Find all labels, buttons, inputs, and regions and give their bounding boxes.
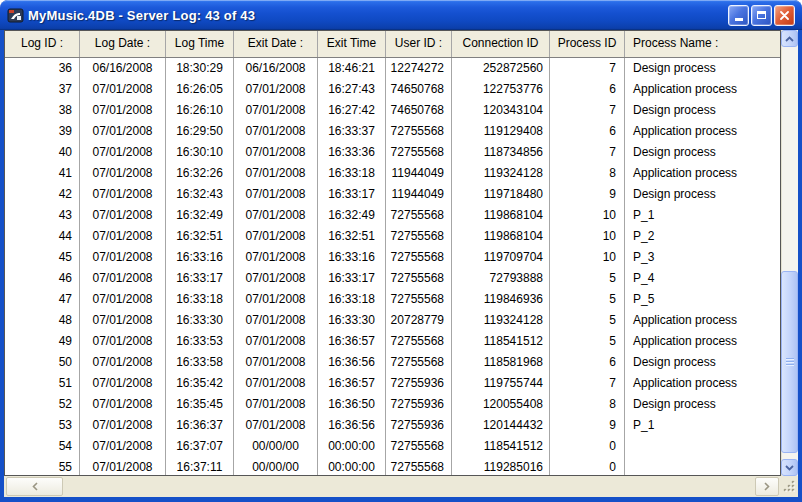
cell-log_date: 07/01/2008 — [80, 436, 166, 457]
cell-process_id: 8 — [550, 163, 625, 184]
column-header-exit_time[interactable]: Exit Time — [318, 31, 386, 57]
maximize-button[interactable] — [751, 5, 772, 26]
table-row[interactable]: 5407/01/200816:37:0700/00/0000:00:007275… — [5, 436, 780, 457]
cell-connection_id: 119718480 — [452, 184, 550, 205]
cell-exit_date: 07/01/2008 — [234, 184, 318, 205]
table-row[interactable]: 4707/01/200816:33:1807/01/200816:33:1872… — [5, 289, 780, 310]
table-row[interactable]: 4907/01/200816:33:5307/01/200816:36:5772… — [5, 331, 780, 352]
cell-log_date: 07/01/2008 — [80, 310, 166, 331]
table-row[interactable]: 4007/01/200816:30:1007/01/200816:33:3672… — [5, 142, 780, 163]
cell-exit_time: 16:36:56 — [318, 352, 386, 373]
cell-log_time: 16:36:37 — [166, 415, 234, 436]
cell-log_id: 42 — [5, 184, 80, 205]
cell-process_name: Application process — [625, 310, 780, 331]
cell-user_id: 72755568 — [386, 457, 452, 476]
table-row[interactable]: 3907/01/200816:29:5007/01/200816:33:3772… — [5, 121, 780, 142]
table-row[interactable]: 5307/01/200816:36:3707/01/200816:36:5672… — [5, 415, 780, 436]
cell-process_id: 5 — [550, 331, 625, 352]
column-header-process_name[interactable]: Process Name : — [625, 31, 780, 57]
cell-user_id: 11944049 — [386, 184, 452, 205]
close-button[interactable] — [774, 5, 795, 26]
cell-exit_date: 07/01/2008 — [234, 373, 318, 394]
column-header-user_id[interactable]: User ID : — [386, 31, 452, 57]
table-row[interactable]: 4207/01/200816:32:4307/01/200816:33:1711… — [5, 184, 780, 205]
cell-exit_time: 16:33:36 — [318, 142, 386, 163]
chevron-left-icon — [32, 482, 38, 491]
cell-exit_time: 16:33:30 — [318, 310, 386, 331]
window-title: MyMusic.4DB - Server Log: 43 of 43 — [28, 8, 728, 23]
cell-process_name: Design process — [625, 184, 780, 205]
table-row[interactable]: 4607/01/200816:33:1707/01/200816:33:1772… — [5, 268, 780, 289]
cell-user_id: 72755568 — [386, 268, 452, 289]
cell-user_id: 12274272 — [386, 58, 452, 79]
cell-user_id: 72755568 — [386, 352, 452, 373]
cell-connection_id: 72793888 — [452, 268, 550, 289]
window-content: Log ID :Log Date :Log TimeExit Date :Exi… — [4, 30, 798, 497]
cell-log_time: 16:33:58 — [166, 352, 234, 373]
column-header-log_date[interactable]: Log Date : — [80, 31, 166, 57]
cell-log_date: 07/01/2008 — [80, 79, 166, 100]
column-header-process_id[interactable]: Process ID — [550, 31, 625, 57]
scroll-up-button[interactable] — [781, 30, 798, 47]
table-row[interactable]: 5507/01/200816:37:1100/00/0000:00:007275… — [5, 457, 780, 476]
table-row[interactable]: 3807/01/200816:26:1007/01/200816:27:4274… — [5, 100, 780, 121]
cell-log_time: 16:26:05 — [166, 79, 234, 100]
table-row[interactable]: 5107/01/200816:35:4207/01/200816:36:5772… — [5, 373, 780, 394]
cell-process_name: P_2 — [625, 226, 780, 247]
cell-exit_date: 07/01/2008 — [234, 352, 318, 373]
cell-log_id: 53 — [5, 415, 80, 436]
scrollbar-thumb[interactable] — [781, 271, 798, 453]
cell-process_name: P_3 — [625, 247, 780, 268]
table-row[interactable]: 4407/01/200816:32:5107/01/200816:32:5172… — [5, 226, 780, 247]
cell-log_time: 16:35:45 — [166, 394, 234, 415]
table-row[interactable]: 4307/01/200816:32:4907/01/200816:32:4972… — [5, 205, 780, 226]
vertical-scrollbar[interactable] — [781, 30, 798, 476]
cell-exit_time: 16:33:37 — [318, 121, 386, 142]
table-row[interactable]: 3707/01/200816:26:0507/01/200816:27:4374… — [5, 79, 780, 100]
table-row[interactable]: 4107/01/200816:32:2607/01/200816:33:1811… — [5, 163, 780, 184]
cell-connection_id: 119324128 — [452, 310, 550, 331]
cell-exit_time: 16:36:56 — [318, 415, 386, 436]
cell-process_name: Application process — [625, 331, 780, 352]
minimize-button[interactable] — [728, 5, 749, 26]
cell-process_id: 0 — [550, 457, 625, 476]
cell-log_id: 38 — [5, 100, 80, 121]
cell-log_time: 16:37:07 — [166, 436, 234, 457]
cell-exit_time: 00:00:00 — [318, 436, 386, 457]
cell-log_time: 16:35:42 — [166, 373, 234, 394]
cell-exit_date: 07/01/2008 — [234, 247, 318, 268]
table-row[interactable]: 4807/01/200816:33:3007/01/200816:33:3020… — [5, 310, 780, 331]
cell-process_id: 7 — [550, 100, 625, 121]
column-header-exit_date[interactable]: Exit Date : — [234, 31, 318, 57]
table-row[interactable]: 5007/01/200816:33:5807/01/200816:36:5672… — [5, 352, 780, 373]
table-row[interactable]: 3606/16/200818:30:2906/16/200818:46:2112… — [5, 58, 780, 79]
cell-log_id: 40 — [5, 142, 80, 163]
column-header-log_id[interactable]: Log ID : — [5, 31, 80, 57]
cell-process_id: 7 — [550, 142, 625, 163]
horizontal-scrollbar[interactable] — [4, 476, 798, 497]
cell-exit_date: 07/01/2008 — [234, 100, 318, 121]
title-bar[interactable]: MyMusic.4DB - Server Log: 43 of 43 — [0, 0, 802, 30]
cell-log_date: 07/01/2008 — [80, 184, 166, 205]
column-header-log_time[interactable]: Log Time — [166, 31, 234, 57]
cell-exit_date: 07/01/2008 — [234, 205, 318, 226]
cell-log_time: 16:32:51 — [166, 226, 234, 247]
cell-exit_time: 16:27:42 — [318, 100, 386, 121]
cell-log_id: 39 — [5, 121, 80, 142]
scroll-down-button[interactable] — [781, 459, 798, 476]
cell-process_id: 6 — [550, 352, 625, 373]
scroll-left-button[interactable] — [6, 477, 63, 496]
cell-log_id: 41 — [5, 163, 80, 184]
scroll-right-button[interactable] — [755, 477, 779, 496]
cell-connection_id: 118541512 — [452, 436, 550, 457]
cell-log_time: 16:33:18 — [166, 289, 234, 310]
table-row[interactable]: 5207/01/200816:35:4507/01/200816:36:5072… — [5, 394, 780, 415]
table-row[interactable]: 4507/01/200816:33:1607/01/200816:33:1672… — [5, 247, 780, 268]
cell-exit_date: 07/01/2008 — [234, 268, 318, 289]
cell-log_time: 16:32:26 — [166, 163, 234, 184]
cell-process_id: 10 — [550, 226, 625, 247]
column-header-connection_id[interactable]: Connection ID — [452, 31, 550, 57]
cell-exit_time: 16:36:57 — [318, 373, 386, 394]
cell-connection_id: 120055408 — [452, 394, 550, 415]
resize-grip[interactable] — [781, 478, 797, 495]
